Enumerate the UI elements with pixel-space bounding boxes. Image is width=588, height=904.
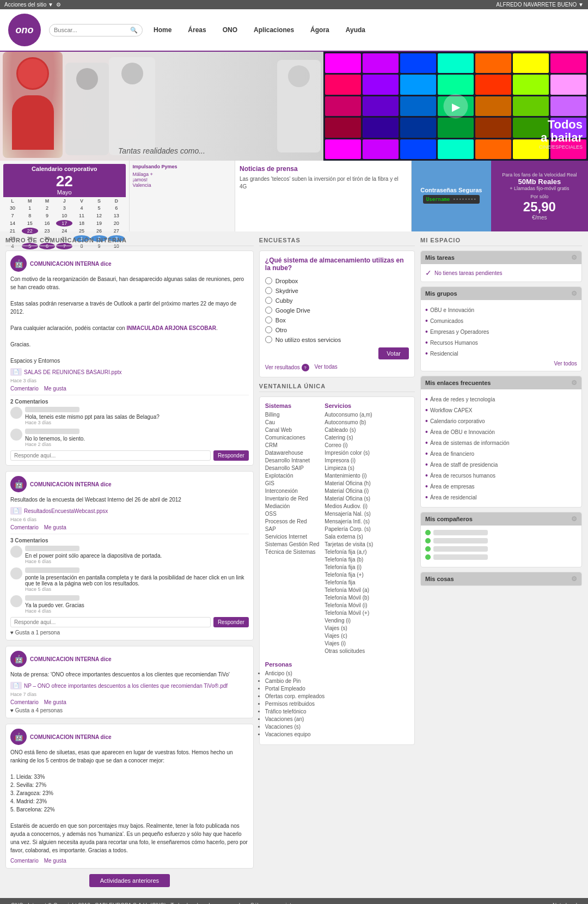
ver-todos-link[interactable]: Ver todos bbox=[425, 361, 577, 367]
like-count: ♥ Gusta a 1 persona bbox=[10, 630, 249, 636]
nav-home[interactable]: Home bbox=[154, 26, 171, 34]
site-actions-icon: ⚙ bbox=[56, 2, 61, 8]
comment-action[interactable]: Comentario bbox=[10, 524, 39, 530]
list-item: Área de residencial bbox=[425, 492, 577, 503]
radio-option: Cubby bbox=[265, 297, 409, 304]
servicios-col: Servicios Autoconsumo (a,m) Autoconsumo … bbox=[324, 402, 373, 656]
cosas-settings-icon[interactable]: ⚙ bbox=[571, 575, 577, 583]
list-item: Correo (i) bbox=[324, 442, 373, 448]
list-item: Medios Audiov. (i) bbox=[324, 503, 373, 509]
reply-button[interactable]: Responder bbox=[213, 450, 249, 461]
comment-text: En el power point sólo aparece la diapos… bbox=[25, 553, 249, 559]
nav-ayuda[interactable]: Ayuda bbox=[346, 26, 365, 34]
like-action[interactable]: Me gusta bbox=[44, 858, 66, 864]
ads-section: Contraseñas Seguras Username •••••••• Pa… bbox=[412, 161, 588, 231]
cosas-header: Mis cosas ⚙ bbox=[421, 572, 581, 585]
hero-right: ▶ Todos a bailar CINE/ESPECIALES bbox=[323, 52, 588, 161]
radio-noutilizo[interactable] bbox=[265, 336, 272, 343]
play-button[interactable]: ▶ bbox=[444, 94, 468, 119]
attachment-link[interactable]: ResultadosEncuestaWebcast.ppsx bbox=[24, 508, 108, 514]
companion-item bbox=[425, 546, 577, 552]
comment-action[interactable]: Comentario bbox=[10, 858, 39, 864]
comment-item: Ya la puedo ver. Gracias Hace 4 días bbox=[10, 595, 249, 614]
like-action[interactable]: Me gusta bbox=[44, 699, 66, 705]
list-item: Área de recursos humanos bbox=[425, 470, 577, 481]
post-item: 🤖 COMUNICACION INTERNA dice ONO está lle… bbox=[5, 724, 254, 869]
radio-box[interactable] bbox=[265, 316, 272, 323]
comment-text: No lo tenemos, lo siento. bbox=[25, 436, 249, 442]
search-input[interactable] bbox=[54, 27, 130, 33]
ver-todas-link[interactable]: Ver todas bbox=[315, 364, 338, 371]
nav-aplicaciones[interactable]: Aplicaciones bbox=[254, 26, 294, 34]
radio-skydrive[interactable] bbox=[265, 287, 272, 294]
encuesta-links: Ver resultados ? Ver todas bbox=[265, 364, 409, 371]
avatar: 🤖 bbox=[10, 255, 27, 272]
list-item: Telefonía Móvil (b) bbox=[324, 595, 373, 601]
comment-time: Hace 3 días bbox=[25, 420, 249, 425]
list-item: Vacaciones equipo bbox=[265, 731, 325, 737]
nav-ono[interactable]: ONO bbox=[223, 26, 237, 34]
tareas-settings-icon[interactable]: ⚙ bbox=[571, 254, 577, 261]
post-actions: Comentario Me gusta bbox=[10, 386, 249, 392]
comment-item: En el power point sólo aparece la diapos… bbox=[10, 546, 249, 564]
nav-areas[interactable]: Áreas bbox=[188, 26, 206, 34]
contact-link[interactable]: INMACULADA ARJONA ESCOBAR bbox=[126, 325, 216, 331]
search-icon: 🔍 bbox=[130, 27, 138, 34]
list-item: Cau bbox=[265, 419, 320, 425]
radio-dropbox[interactable] bbox=[265, 277, 272, 284]
reply-input[interactable] bbox=[10, 450, 211, 461]
grupos-settings-icon[interactable]: ⚙ bbox=[571, 290, 577, 297]
comments-count: 2 Comentarios bbox=[10, 399, 249, 405]
like-action[interactable]: Me gusta bbox=[44, 524, 66, 530]
comment-item: Hola, teneis este mismo ppt para las sal… bbox=[10, 407, 249, 425]
reply-input[interactable] bbox=[10, 617, 211, 627]
top-bar-left: Acciones del sitio ▼ ⚙ bbox=[4, 2, 61, 8]
list-item: Área de sistemas de información bbox=[425, 437, 577, 448]
list-item: Viajes (s) bbox=[324, 625, 373, 631]
list-item: Telefonía fija (i) bbox=[324, 564, 373, 570]
attachment[interactable]: 📄 NP – ONO ofrece importantes descuentos… bbox=[10, 682, 249, 689]
grupos-widget: Mis grupos ⚙ OBU e Innovación Comunicado… bbox=[420, 286, 582, 371]
list-item: Comunicaciones bbox=[265, 435, 320, 441]
comment-action[interactable]: Comentario bbox=[10, 699, 39, 705]
attachment[interactable]: 📄 SALAS DE REUNIONES BASAURI.pptx bbox=[10, 368, 249, 376]
post-author: COMUNICACION INTERNA dice bbox=[30, 734, 112, 740]
companeros-body bbox=[421, 526, 581, 567]
encuestas-title: ENCUESTAS bbox=[259, 237, 415, 246]
attachment-link[interactable]: SALAS DE REUNIONES BASAURI.pptx bbox=[24, 369, 122, 375]
radio-googledrive[interactable] bbox=[265, 307, 272, 314]
attachment-link[interactable]: NP – ONO ofrece importantes descuentos a… bbox=[24, 683, 228, 689]
like-action[interactable]: Me gusta bbox=[44, 386, 66, 392]
post-body: ONO está lleno de siluetas, esas que apa… bbox=[10, 748, 249, 854]
list-item: Área de staff de presidencia bbox=[425, 459, 577, 470]
load-more-button[interactable]: Actividades anteriores bbox=[89, 874, 170, 887]
ad-password: Contraseñas Seguras Username •••••••• bbox=[412, 161, 491, 231]
comment-action[interactable]: Comentario bbox=[10, 386, 39, 392]
personas-list: Anticipo (s) Cambio de Pin Portal Emplea… bbox=[265, 670, 325, 739]
search-bar[interactable]: 🔍 bbox=[49, 24, 143, 36]
ver-resultados-link[interactable]: Ver resultados ? bbox=[265, 364, 309, 371]
list-item: Mediación bbox=[265, 503, 320, 509]
sistemas-col: Sistemas Billing Cau Canal Web Comunicac… bbox=[265, 402, 320, 656]
enlaces-settings-icon[interactable]: ⚙ bbox=[571, 379, 577, 387]
vote-button[interactable]: Votar bbox=[378, 347, 409, 359]
site-actions-label[interactable]: Acciones del sitio ▼ bbox=[4, 2, 53, 8]
servicios-title: Servicios bbox=[324, 402, 373, 409]
reply-button[interactable]: Responder bbox=[213, 617, 249, 627]
list-item: Impresora (i) bbox=[324, 457, 373, 463]
attachment[interactable]: 📄 ResultadosEncuestaWebcast.ppsx bbox=[10, 507, 249, 515]
list-item: Vending (i) bbox=[324, 618, 373, 624]
user-info[interactable]: ALFREDO NAVARRETE BUENO ▼ bbox=[496, 2, 584, 8]
companeros-settings-icon[interactable]: ⚙ bbox=[571, 515, 577, 523]
header: ono 🔍 Home Áreas ONO Aplicaciones Ágora … bbox=[0, 9, 588, 52]
list-item: Material Oficina (i) bbox=[324, 488, 373, 494]
comment-avatar bbox=[10, 567, 22, 579]
nav-agora[interactable]: Ágora bbox=[310, 26, 329, 34]
radio-otro[interactable] bbox=[265, 326, 272, 333]
check-icon: ✓ bbox=[425, 268, 432, 277]
list-item: Inventario de Red bbox=[265, 496, 320, 502]
post-header: 🤖 COMUNICACION INTERNA dice bbox=[10, 255, 249, 272]
radio-cubby[interactable] bbox=[265, 297, 272, 304]
post-author: COMUNICACION INTERNA dice bbox=[30, 261, 112, 267]
ad-price: 25,90 bbox=[523, 199, 556, 215]
